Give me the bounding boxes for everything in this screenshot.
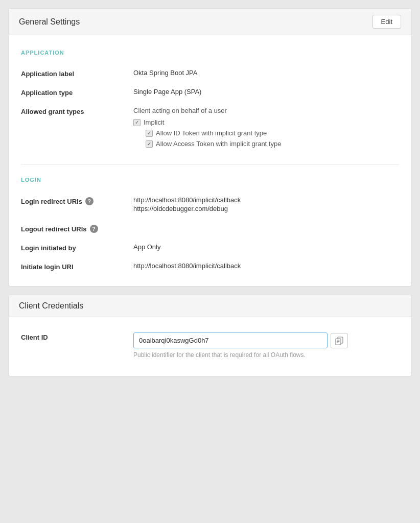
initiate-login-uri-value: http://localhost:8080/implicit/callback: [133, 262, 399, 270]
application-type-row: Application type Single Page App (SPA): [21, 83, 399, 102]
client-credentials-header: Client Credentials: [9, 295, 411, 317]
allow-access-token-label: Allow Access Token with implicit grant t…: [156, 140, 281, 148]
client-id-field-container: Public identifier for the client that is…: [133, 332, 399, 359]
application-label-value: Okta Spring Boot JPA: [133, 69, 399, 77]
allowed-grant-types-value: Client acting on behalf of a user Implic…: [133, 107, 399, 151]
client-credentials-title: Client Credentials: [19, 301, 83, 311]
client-credentials-card: Client Credentials Client ID: [8, 295, 412, 376]
general-settings-card: General Settings Edit APPLICATION Applic…: [8, 8, 412, 287]
implicit-checkbox[interactable]: [133, 119, 141, 126]
login-redirect-uris-value: http://localhost:8080/implicit/callback …: [133, 196, 399, 213]
application-label-row: Application label Okta Spring Boot JPA: [21, 64, 399, 83]
allow-access-token-checkbox-row: Allow Access Token with implicit grant t…: [146, 140, 399, 148]
general-settings-header: General Settings Edit: [9, 9, 411, 35]
client-id-input[interactable]: [133, 332, 328, 348]
grant-group-label: Client acting on behalf of a user: [133, 107, 399, 114]
client-id-hint: Public identifier for the client that is…: [133, 351, 399, 359]
allow-id-token-checkbox[interactable]: [146, 130, 153, 137]
allowed-grant-types-row: Allowed grant types Client acting on beh…: [21, 102, 399, 156]
general-settings-title: General Settings: [19, 17, 80, 27]
application-section: APPLICATION Application label Okta Sprin…: [21, 45, 399, 156]
application-type-label: Application type: [21, 88, 133, 97]
logout-redirect-uris-row: Logout redirect URIs ?: [21, 219, 399, 238]
allow-access-token-checkbox[interactable]: [146, 140, 153, 148]
allow-id-token-label: Allow ID Token with implicit grant type: [156, 129, 267, 137]
application-label-label: Application label: [21, 69, 133, 78]
client-id-label: Client ID: [21, 332, 133, 341]
login-section-title: LOGIN: [21, 173, 399, 183]
copy-client-id-button[interactable]: [331, 333, 348, 348]
login-initiated-by-row: Login initiated by App Only: [21, 238, 399, 257]
client-credentials-body: Client ID Public identifie: [9, 317, 411, 376]
general-settings-body: APPLICATION Application label Okta Sprin…: [9, 35, 411, 286]
section-divider: [21, 164, 399, 164]
allow-id-token-checkbox-row: Allow ID Token with implicit grant type: [146, 129, 399, 137]
login-redirect-uris-label: Login redirect URIs ?: [21, 196, 133, 205]
login-initiated-by-label: Login initiated by: [21, 243, 133, 252]
copy-icon: [335, 337, 343, 345]
edit-button[interactable]: Edit: [372, 15, 401, 29]
login-initiated-by-value: App Only: [133, 243, 399, 251]
logout-redirect-uris-help-icon[interactable]: ?: [90, 225, 98, 233]
client-id-row: Client ID Public identifie: [21, 327, 399, 364]
initiate-login-uri-label: Initiate login URI: [21, 262, 133, 271]
implicit-label: Implicit: [144, 118, 164, 126]
allowed-grant-types-label: Allowed grant types: [21, 107, 133, 115]
logout-redirect-uris-label: Logout redirect URIs ?: [21, 224, 133, 233]
login-section: LOGIN Login redirect URIs ? http://local…: [21, 173, 399, 276]
login-redirect-uris-row: Login redirect URIs ? http://localhost:8…: [21, 191, 399, 219]
login-redirect-uri-2: https://oidcdebugger.com/debug: [133, 205, 399, 212]
application-section-title: APPLICATION: [21, 45, 399, 56]
grant-types-container: Client acting on behalf of a user Implic…: [133, 107, 399, 148]
application-type-value: Single Page App (SPA): [133, 88, 399, 96]
implicit-checkbox-row: Implicit: [133, 118, 399, 126]
login-redirect-uris-help-icon[interactable]: ?: [85, 197, 94, 205]
login-redirect-uri-1: http://localhost:8080/implicit/callback: [133, 196, 399, 204]
client-id-input-wrapper: [133, 332, 399, 348]
initiate-login-uri-row: Initiate login URI http://localhost:8080…: [21, 257, 399, 276]
